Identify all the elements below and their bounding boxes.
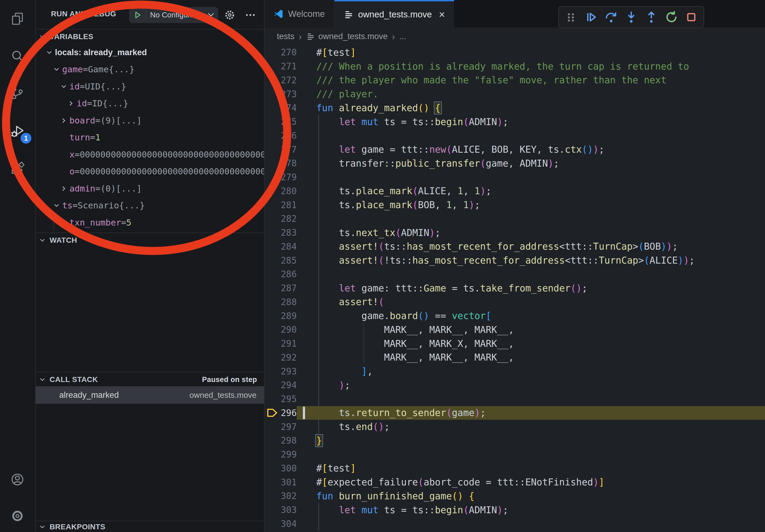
code-line-275[interactable]: 275 let mut ts = ts::begin(ADMIN); [265, 115, 765, 129]
debug-config-dropdown[interactable]: No Configur: [129, 7, 218, 23]
code-line-295[interactable]: 295 [265, 392, 765, 406]
restart-button[interactable] [663, 9, 680, 26]
tab-owned-tests-move[interactable]: owned_tests.move× [335, 0, 454, 28]
code-line-293[interactable]: 293 ], [265, 364, 765, 378]
code-line-289[interactable]: 289 game.board() == vector[ [265, 309, 765, 323]
code-line-285[interactable]: 285 assert!(!ts::has_most_recent_for_add… [265, 253, 765, 267]
code-editor[interactable]: 270#[test]271/// When a position is alre… [265, 46, 765, 531]
line-number[interactable]: 270 [280, 47, 297, 58]
gutter[interactable] [265, 323, 280, 337]
line-number[interactable]: 293 [280, 366, 297, 377]
gutter[interactable] [265, 170, 280, 184]
code-line-303[interactable]: 303 let mut ts = ts::begin(ADMIN); [265, 503, 765, 517]
chevron-down-icon[interactable] [53, 202, 62, 209]
code-line-297[interactable]: 297 ts.end(); [265, 420, 765, 434]
code-line-292[interactable]: 292 MARK__, MARK__, MARK__, [265, 351, 765, 365]
line-number[interactable]: 292 [280, 352, 297, 363]
code-line-296-current[interactable]: 296 ts.return_to_sender(game); [265, 406, 765, 420]
variable-row-game[interactable]: game = Game{...} [35, 61, 264, 78]
gutter[interactable] [265, 351, 280, 365]
gutter[interactable] [265, 87, 280, 101]
line-number[interactable]: 303 [280, 505, 297, 515]
line-number[interactable]: 300 [280, 463, 297, 474]
code-line-294[interactable]: 294 ); [265, 378, 765, 392]
chevron-right-icon[interactable] [60, 117, 69, 124]
variable-row-x[interactable]: x = 000000000000000000000000000000000000… [35, 146, 264, 163]
activity-item-explorer-icon[interactable] [0, 6, 35, 32]
gutter[interactable] [265, 46, 280, 60]
code-line-271[interactable]: 271/// When a position is already marked… [265, 60, 765, 73]
variable-row-admin[interactable]: admin = (0)[...] [35, 180, 264, 197]
tab-welcome[interactable]: Welcome [265, 0, 335, 28]
activity-item-run-and-debug-icon[interactable]: 1 [0, 119, 35, 144]
line-number[interactable]: 274 [280, 103, 297, 113]
more-actions-icon[interactable] [242, 7, 259, 23]
activity-item-search-icon[interactable] [0, 43, 35, 69]
chevron-down-icon[interactable] [46, 49, 55, 56]
gutter[interactable] [265, 226, 280, 240]
gutter[interactable] [265, 267, 280, 281]
line-number[interactable]: 279 [280, 172, 297, 182]
line-number[interactable]: 288 [280, 297, 297, 307]
gutter[interactable] [265, 212, 280, 226]
gutter[interactable] [265, 240, 280, 254]
line-number[interactable]: 271 [280, 61, 297, 72]
gutter[interactable] [265, 198, 280, 212]
line-number[interactable]: 285 [280, 255, 297, 266]
code-line-298[interactable]: 298} [265, 434, 765, 448]
line-number[interactable]: 302 [280, 491, 297, 501]
continue-button[interactable] [582, 9, 600, 26]
gutter[interactable] [265, 517, 280, 531]
line-number[interactable]: 282 [280, 213, 297, 224]
code-line-283[interactable]: 283 ts.next_tx(ADMIN); [265, 226, 765, 240]
line-number[interactable]: 297 [280, 421, 297, 432]
breadcrumb-item[interactable]: tests [277, 32, 294, 41]
line-number[interactable]: 276 [280, 131, 297, 141]
gutter[interactable] [265, 142, 280, 156]
gutter[interactable] [265, 337, 280, 351]
gutter[interactable] [265, 392, 280, 406]
line-number[interactable]: 289 [280, 311, 297, 321]
code-line-288[interactable]: 288 assert!( [265, 295, 765, 309]
chevron-down-icon[interactable] [60, 83, 69, 90]
gutter[interactable] [265, 281, 280, 295]
code-line-281[interactable]: 281 ts.place_mark(BOB, 1, 1); [265, 198, 765, 212]
code-line-291[interactable]: 291 MARK__, MARK_X, MARK__, [265, 337, 765, 351]
chevron-right-icon[interactable] [68, 100, 77, 107]
gutter[interactable] [265, 295, 280, 309]
gutter[interactable] [265, 309, 280, 323]
line-number[interactable]: 273 [280, 89, 297, 100]
gutter[interactable] [265, 475, 280, 489]
variable-row-id[interactable]: id = ID{...} [35, 95, 264, 112]
activity-item-settings-icon[interactable] [0, 503, 35, 529]
watch-section-header[interactable]: WATCH [35, 232, 264, 247]
line-number[interactable]: 278 [280, 158, 297, 168]
code-line-276[interactable]: 276 [265, 129, 765, 143]
step-over-button[interactable] [602, 9, 620, 26]
code-line-284[interactable]: 284 assert!(ts::has_most_recent_for_addr… [265, 240, 765, 254]
activity-item-extensions-icon[interactable] [0, 156, 35, 182]
gutter[interactable] [265, 156, 280, 170]
gutter[interactable] [265, 364, 280, 378]
gutter[interactable] [265, 378, 280, 392]
variable-row-o[interactable]: o = 000000000000000000000000000000000000… [35, 163, 264, 180]
line-number[interactable]: 301 [280, 477, 297, 487]
code-line-280[interactable]: 280 ts.place_mark(ALICE, 1, 1); [265, 184, 765, 198]
breakpoints-section-header[interactable]: BREAKPOINTS [35, 521, 264, 532]
code-line-304[interactable]: 304 [265, 517, 765, 531]
line-number[interactable]: 290 [280, 324, 297, 335]
start-debug-icon[interactable] [129, 10, 146, 20]
code-line-299[interactable]: 299 [265, 448, 765, 461]
code-line-272[interactable]: 272/// the player who made the "false" m… [265, 73, 765, 87]
code-line-290[interactable]: 290 MARK__, MARK__, MARK__, [265, 323, 765, 337]
gutter[interactable] [265, 60, 280, 73]
breadcrumb-item[interactable]: owned_tests.move [319, 32, 387, 41]
close-icon[interactable]: × [439, 9, 445, 20]
gutter[interactable] [265, 101, 280, 115]
line-number[interactable]: 283 [280, 227, 297, 238]
variable-row-ts[interactable]: ts = Scenario{...} [35, 197, 264, 214]
line-number[interactable]: 281 [280, 200, 297, 210]
gutter[interactable] [265, 73, 280, 87]
gutter[interactable] [265, 115, 280, 129]
code-line-274[interactable]: 274fun already_marked() { [265, 101, 765, 115]
